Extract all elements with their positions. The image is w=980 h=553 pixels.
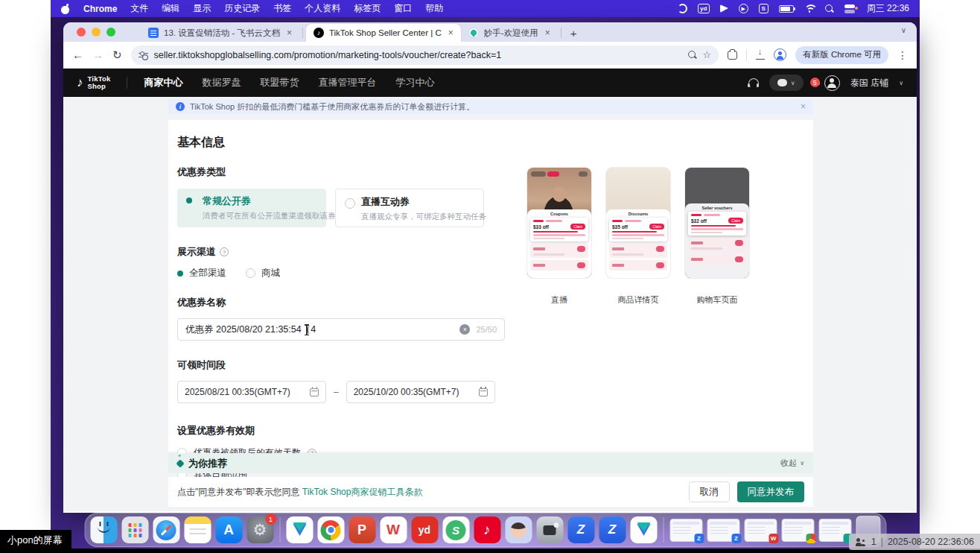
radio-selected-icon[interactable] <box>186 197 192 203</box>
wifi-icon[interactable] <box>804 4 815 13</box>
menu-item-tabs[interactable]: 标签页 <box>354 2 381 15</box>
channel-option-mall[interactable]: 商城 <box>246 267 280 279</box>
recommendation-bar[interactable]: 为你推荐 收起 ∨ <box>168 453 813 473</box>
menu-item-help[interactable]: 帮助 <box>425 2 443 15</box>
tab-search-chevron[interactable]: ∨ <box>901 26 906 34</box>
tab-feishu-doc[interactable]: 13. 设置促销活动 - 飞书云文档 × <box>141 24 299 42</box>
menu-bar-clock[interactable]: 周三 22:36 <box>867 2 909 15</box>
nav-affiliate[interactable]: 联盟带货 <box>260 76 299 89</box>
cancel-button[interactable]: 取消 <box>689 481 730 502</box>
docs-app-dock-icon[interactable] <box>286 516 313 543</box>
tab-close-icon[interactable]: × <box>544 28 552 38</box>
voucher-name-input[interactable] <box>185 324 454 335</box>
spotlight-search-icon[interactable] <box>825 4 834 13</box>
menu-item-bookmarks[interactable]: 书签 <box>273 2 291 15</box>
status-loop-icon[interactable] <box>678 4 687 13</box>
launchpad-dock-icon[interactable] <box>121 516 148 543</box>
radio-unselected-icon[interactable] <box>345 198 355 209</box>
minimized-window[interactable]: W <box>744 519 777 542</box>
side-panel-icon[interactable] <box>728 51 737 60</box>
apple-menu-icon[interactable] <box>61 4 70 14</box>
youdao-dock-icon[interactable]: yd <box>411 516 438 543</box>
site-settings-icon[interactable] <box>139 51 148 59</box>
nav-learning-center[interactable]: 学习中心 <box>395 76 434 89</box>
end-date-input[interactable]: 2025/10/20 00:35(GMT+7) <box>346 381 495 403</box>
clear-input-icon[interactable]: × <box>459 324 470 335</box>
tab-close-icon[interactable]: × <box>285 28 293 38</box>
menu-item-profiles[interactable]: 个人资料 <box>305 2 340 15</box>
menu-item-file[interactable]: 文件 <box>130 2 148 15</box>
banner-close-icon[interactable]: × <box>801 101 806 112</box>
browser-menu-icon[interactable]: ⋮ <box>897 49 908 61</box>
powerpoint-dock-icon[interactable]: P <box>349 516 375 543</box>
profile-icon[interactable] <box>774 48 786 61</box>
close-window-button[interactable] <box>77 28 86 37</box>
nav-seller-center[interactable]: 商家中心 <box>144 76 182 89</box>
finder-dock-icon[interactable] <box>90 516 117 543</box>
voucher-type-regular[interactable]: 常规公开券 消费者可在所有公开流量渠道领取该券 <box>177 189 326 227</box>
chevron-down-icon[interactable]: ∨ <box>899 80 903 86</box>
system-settings-dock-icon[interactable]: ⚙ 1 <box>246 516 273 543</box>
youdao-status-icon[interactable]: yd <box>698 4 710 13</box>
tab-miaoshou[interactable]: 妙手-欢迎使用 × <box>461 24 558 42</box>
reload-button[interactable]: ↻ <box>112 48 122 62</box>
calendar-icon[interactable] <box>310 388 319 396</box>
minimize-window-button[interactable] <box>92 28 101 37</box>
tab-tiktok-seller-center[interactable]: ♪ TikTok Shop Seller Center | C × <box>306 24 461 42</box>
new-tab-button[interactable]: + <box>564 27 583 42</box>
nav-live-platform[interactable]: 直播管理平台 <box>318 76 376 89</box>
bookmark-star-icon[interactable]: ☆ <box>703 49 712 60</box>
minimized-window[interactable] <box>781 519 814 542</box>
channel-option-all[interactable]: 全部渠道 <box>177 267 226 279</box>
play-status-icon[interactable]: ▶ <box>739 4 748 13</box>
menu-item-view[interactable]: 显示 <box>193 2 211 15</box>
chrome-update-chip[interactable]: 有新版 Chrome 可用 <box>795 46 888 64</box>
address-bar[interactable]: seller.tiktokshopglobalselling.com/promo… <box>131 45 719 65</box>
nav-data-compass[interactable]: 数据罗盘 <box>202 76 241 89</box>
messages-pill[interactable]: ∨ <box>769 75 804 91</box>
back-button[interactable]: ← <box>72 48 83 61</box>
downloads-icon[interactable] <box>756 51 765 60</box>
minimized-window[interactable]: Z <box>669 519 702 542</box>
start-date-input[interactable]: 2025/08/21 00:35(GMT+7) <box>177 381 326 403</box>
tiktok-shop-logo[interactable]: ♪ TikTok Shop <box>77 75 110 90</box>
forward-button[interactable]: → <box>92 48 104 61</box>
agree-and-publish-button[interactable]: 同意并发布 <box>737 481 805 502</box>
battery-icon[interactable] <box>779 5 794 13</box>
store-selector[interactable]: 泰国 店铺 <box>850 77 888 89</box>
radio-unselected-icon[interactable] <box>246 268 255 278</box>
camera-app-dock-icon[interactable] <box>536 516 563 543</box>
minimized-window[interactable] <box>818 519 851 542</box>
tab-close-icon[interactable]: × <box>447 28 455 38</box>
menu-item-edit[interactable]: 编辑 <box>162 2 179 15</box>
wps-dock-icon[interactable]: W <box>380 516 407 543</box>
avatar-app-dock-icon[interactable] <box>505 516 532 543</box>
control-center-icon[interactable] <box>844 4 856 13</box>
app-store-dock-icon[interactable]: A <box>215 516 242 543</box>
notes-dock-icon[interactable] <box>184 516 211 543</box>
radio-selected-icon[interactable] <box>177 271 183 276</box>
voucher-type-live[interactable]: 直播互动券 直播观众专享，可绑定多种互动任务 <box>335 189 484 227</box>
zoom-window-button[interactable] <box>106 28 115 37</box>
help-icon[interactable]: ? <box>220 247 229 256</box>
calendar-icon[interactable] <box>479 388 488 396</box>
menu-item-history[interactable]: 历史记录 <box>224 2 260 15</box>
account-avatar[interactable] <box>824 75 840 91</box>
safari-dock-icon[interactable] <box>153 516 179 543</box>
macos-dock: A ⚙ 1 P W yd S ♪ Z Z Z Z W <box>84 513 886 547</box>
blue-swirl-app-dock-icon[interactable]: Z <box>567 516 594 543</box>
chrome-dock-icon[interactable] <box>317 516 344 543</box>
terms-link[interactable]: TikTok Shop商家促销工具条款 <box>302 487 423 497</box>
blue-swirl-app2-dock-icon[interactable]: Z <box>599 516 626 543</box>
netease-music-dock-icon[interactable]: ♪ <box>474 516 500 543</box>
bird-status-icon[interactable] <box>720 4 728 13</box>
menu-item-window[interactable]: 窗口 <box>394 2 412 15</box>
green-s-app-dock-icon[interactable]: S <box>442 516 469 543</box>
minimized-window[interactable]: Z <box>707 519 739 542</box>
menu-app-name[interactable]: Chrome <box>83 4 117 14</box>
s-status-icon[interactable]: S <box>759 4 769 13</box>
collapse-toggle[interactable]: 收起 ∨ <box>780 458 804 469</box>
zoom-level-icon[interactable] <box>688 51 697 60</box>
support-headset-icon[interactable] <box>748 78 759 87</box>
docs-app2-dock-icon[interactable] <box>630 516 657 543</box>
